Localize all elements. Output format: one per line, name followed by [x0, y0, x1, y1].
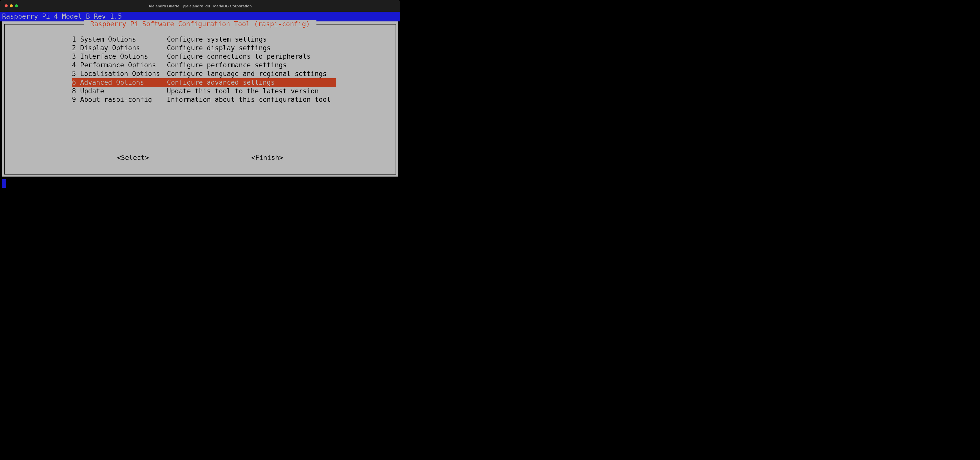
terminal-window: Alejandro Duarte · @alejandro_du · Maria… [0, 0, 400, 188]
menu-item-label: Advanced Options [80, 78, 167, 87]
menu-item-8[interactable]: 8 Update Update this tool to the latest … [72, 87, 336, 96]
dialog-button-row: <Select> <Finish> [5, 154, 396, 162]
menu-item-9[interactable]: 9 About raspi-config Information about t… [72, 95, 336, 104]
window-titlebar[interactable]: Alejandro Duarte · @alejandro_du · Maria… [0, 0, 400, 12]
menu-item-label: About raspi-config [80, 95, 167, 104]
menu-item-number: 3 [72, 52, 80, 61]
menu-item-description: Information about this configuration too… [167, 95, 336, 104]
menu-item-label: Display Options [80, 44, 167, 52]
maximize-icon[interactable] [15, 4, 18, 7]
menu-item-number: 8 [72, 87, 80, 96]
close-icon[interactable] [5, 4, 8, 7]
menu-item-label: Interface Options [80, 52, 167, 61]
menu-item-number: 4 [72, 61, 80, 70]
menu-item-1[interactable]: 1 System Options Configure system settin… [72, 35, 336, 44]
window-title: Alejandro Duarte · @alejandro_du · Maria… [148, 4, 252, 8]
terminal-body[interactable]: Raspberry Pi 4 Model B Rev 1.5 Raspberry… [0, 12, 400, 188]
menu-item-number: 9 [72, 95, 80, 104]
finish-button[interactable]: <Finish> [251, 154, 283, 162]
menu-item-description: Configure system settings [167, 35, 272, 44]
menu-item-label: System Options [80, 35, 167, 44]
dialog-title: Raspberry Pi Software Configuration Tool… [84, 20, 317, 29]
menu-item-number: 2 [72, 44, 80, 52]
menu-item-label: Localisation Options [80, 70, 167, 78]
menu-item-description: Configure advanced settings [167, 78, 328, 87]
menu-item-number: 1 [72, 35, 80, 44]
menu-item-description: Configure connections to peripherals [167, 52, 316, 61]
minimize-icon[interactable] [10, 4, 13, 7]
menu-item-5[interactable]: 5 Localisation Options Configure languag… [72, 70, 336, 78]
traffic-lights [5, 4, 18, 7]
menu-item-label: Update [80, 87, 167, 96]
menu-item-number: 5 [72, 70, 80, 78]
menu-item-6[interactable]: 6 Advanced Options Configure advanced se… [72, 78, 336, 87]
select-button[interactable]: <Select> [117, 154, 149, 162]
menu-list: 1 System Options Configure system settin… [72, 35, 336, 104]
menu-item-label: Performance Options [80, 61, 167, 70]
menu-item-number: 6 [72, 78, 80, 87]
menu-item-description: Configure display settings [167, 44, 276, 52]
menu-item-2[interactable]: 2 Display Options Configure display sett… [72, 44, 336, 52]
raspi-config-dialog: Raspberry Pi Software Configuration Tool… [4, 24, 396, 174]
menu-item-4[interactable]: 4 Performance Options Configure performa… [72, 61, 336, 70]
dialog-background: Raspberry Pi Software Configuration Tool… [2, 21, 398, 176]
menu-item-description: Configure performance settings [167, 61, 292, 70]
menu-item-description: Configure language and regional settings [167, 70, 332, 78]
menu-item-description: Update this tool to the latest version [167, 87, 324, 96]
cursor-icon [2, 179, 6, 188]
menu-item-3[interactable]: 3 Interface Options Configure connection… [72, 52, 336, 61]
